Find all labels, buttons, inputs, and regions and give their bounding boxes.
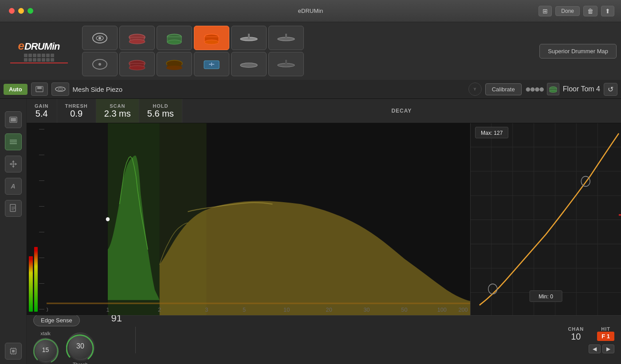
refresh-button[interactable]: ↺ [604, 83, 617, 96]
velocity-grid-svg [471, 123, 621, 315]
logo-dots [24, 54, 54, 62]
floor-tom-pad-icon [547, 83, 559, 95]
separator-line [135, 327, 136, 353]
superior-drummer-button[interactable]: Superior Drummer Map [539, 44, 617, 59]
velocity-panel: Max: 127 Min: 0 [470, 123, 621, 315]
bottom-controls: Edge Sense 91 xtalk [27, 315, 621, 364]
svg-point-20 [129, 66, 145, 70]
svg-marker-47 [15, 163, 17, 165]
chan-block: CHAN 10 [568, 326, 584, 342]
knobs-row: xtalk 15 Amount [33, 331, 122, 364]
sidebar-lines-button[interactable] [5, 133, 22, 150]
drum-pad-1[interactable] [82, 26, 118, 50]
drum-pad-10[interactable] [194, 52, 229, 76]
hit-label: HIT [601, 326, 610, 332]
svg-marker-46 [10, 163, 12, 165]
velocity-min-label: Min: 0 [529, 290, 562, 302]
drum-pad-4-active[interactable] [194, 26, 229, 50]
window-title: eDRUMin [298, 8, 323, 14]
svg-rect-67 [47, 123, 108, 315]
svg-marker-45 [12, 166, 15, 168]
bottom-left-area: Edge Sense 91 xtalk [33, 311, 122, 364]
svg-rect-98 [619, 214, 621, 215]
svg-rect-84 [471, 123, 621, 315]
chan-hit-labels-row: CHAN 10 HIT F 1 [568, 326, 614, 342]
svg-text:50: 50 [401, 306, 407, 313]
hold-label: HOLD [153, 103, 168, 109]
svg-rect-83 [47, 303, 470, 304]
level-ticks [39, 127, 44, 312]
svg-rect-38 [11, 118, 16, 121]
drum-row-bottom [82, 52, 304, 76]
sidebar-a-button[interactable]: A [5, 178, 22, 195]
svg-point-2 [98, 37, 101, 39]
drum-pad-5[interactable] [231, 26, 267, 50]
hold-block: HOLD 5.6 ms [139, 99, 182, 123]
thresh-label: THRESH [65, 103, 88, 109]
edge-sense-button[interactable]: Edge Sense [33, 314, 80, 326]
thresh-knob[interactable]: 30 [67, 333, 94, 360]
trash-icon-button[interactable]: 🗑 [583, 6, 597, 16]
params-row: GAIN 5.4 THRESH 0.9 SCAN 2.3 ms HOLD 5.6… [27, 99, 621, 123]
header-area: e DRUMin [0, 22, 621, 80]
auto-button[interactable]: Auto [4, 84, 28, 95]
waveform-velocity-area: 0 1 2 3 5 10 20 30 50 100 200 [27, 123, 621, 315]
save-icon-button[interactable] [31, 82, 48, 96]
yamaha-badge[interactable]: Y [468, 82, 482, 96]
xtalk-label: xtalk [40, 331, 51, 336]
drum-pad-7[interactable] [82, 52, 118, 76]
drum-pad-2[interactable] [119, 26, 155, 50]
gain-block: GAIN 5.4 [27, 99, 57, 123]
toolbar-row: Auto Mesh Side Piezo Y Calibrate ●●●● [0, 80, 621, 99]
svg-rect-13 [248, 34, 250, 39]
xtalk-knob-container: xtalk 15 Amount [33, 331, 58, 364]
sidebar-list-button[interactable] [5, 111, 22, 128]
logo-dots-row [24, 54, 54, 62]
svg-point-5 [129, 39, 145, 44]
level-bar-1 [29, 256, 33, 312]
svg-text:100: 100 [437, 306, 447, 313]
thresh-block: THRESH 0.9 [57, 99, 96, 123]
thresh-knob-container: 30 Thresh [67, 333, 94, 364]
maximize-button[interactable] [28, 8, 33, 14]
svg-text:200: 200 [458, 306, 468, 313]
instrument-icon-btn[interactable] [51, 82, 69, 96]
svg-text:3: 3 [205, 306, 208, 313]
drum-pad-9[interactable] [157, 52, 192, 76]
svg-text:20: 20 [326, 306, 332, 313]
level-meter-area [27, 123, 47, 315]
drum-pad-8[interactable] [119, 52, 155, 76]
drum-pad-12[interactable] [268, 52, 304, 76]
grid-icon-button[interactable]: ⊞ [538, 6, 552, 16]
svg-rect-53 [12, 350, 15, 352]
window: eDRUMin ⊞ Done 🗑 ⬆ e DRUMin [0, 0, 621, 364]
minimize-button[interactable] [18, 8, 24, 14]
chan-label: CHAN [568, 326, 584, 332]
svg-point-8 [167, 40, 181, 44]
drum-pad-3[interactable] [157, 26, 192, 50]
share-icon-button[interactable]: ⬆ [601, 6, 614, 16]
drum-pad-6[interactable] [268, 26, 304, 50]
chan-hit-area: CHAN 10 HIT F 1 ◀ ▶ [568, 326, 614, 353]
svg-point-71 [106, 217, 110, 221]
chan-value: 10 [571, 332, 581, 342]
chan-prev-button[interactable]: ◀ [589, 344, 601, 353]
sidebar-arrows-button[interactable] [5, 156, 22, 172]
calibrate-button[interactable]: Calibrate [485, 83, 522, 95]
xtalk-knob[interactable]: 15 [33, 338, 58, 362]
sidebar-cpu-button[interactable] [5, 343, 22, 360]
svg-text:30: 30 [363, 306, 369, 313]
chan-next-button[interactable]: ▶ [602, 344, 614, 353]
svg-point-17 [98, 63, 101, 66]
logo-e: e [18, 39, 24, 53]
sidebar-pdf-button[interactable] [5, 200, 22, 217]
scan-block: SCAN 2.3 ms [96, 99, 139, 123]
instrument-name: Mesh Side Piezo [73, 86, 465, 93]
svg-rect-15 [285, 34, 287, 39]
drum-pad-11[interactable] [231, 52, 267, 76]
done-button[interactable]: Done [555, 6, 580, 16]
left-sidebar-top [31, 82, 48, 96]
logo-area: e DRUMin [4, 39, 73, 63]
hold-value: 5.6 ms [147, 109, 174, 119]
close-button[interactable] [9, 8, 15, 14]
